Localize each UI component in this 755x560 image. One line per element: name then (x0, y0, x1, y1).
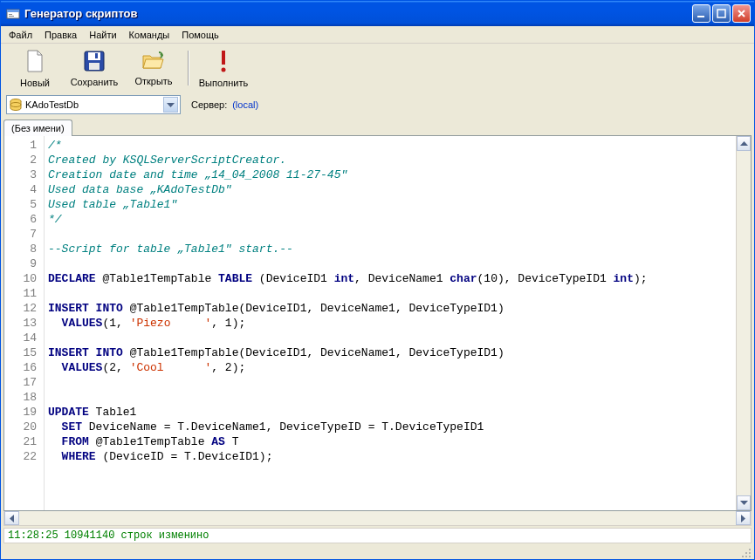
svg-rect-7 (88, 52, 100, 60)
line-number-gutter: 12345678910111213141516171819202122 (4, 136, 45, 510)
svg-rect-3 (9, 16, 14, 17)
window-title: Генератор скриптов (24, 7, 692, 20)
status-bar: 11:28:25 10941140 строк изменино (3, 528, 752, 543)
svg-point-18 (745, 556, 747, 557)
open-button[interactable]: Открыть (125, 45, 182, 91)
database-combobox[interactable] (6, 95, 181, 114)
menu-help[interactable]: Помощь (175, 28, 225, 42)
new-file-icon (24, 49, 45, 75)
new-button[interactable]: Новый (6, 45, 64, 91)
menu-bar: Файл Правка Найти Команды Помощь (1, 26, 754, 44)
horizontal-scrollbar[interactable] (3, 511, 752, 526)
dropdown-button[interactable] (163, 97, 178, 113)
tab-untitled[interactable]: (Без имени) (3, 120, 72, 136)
exclamation-icon (219, 49, 228, 75)
folder-open-icon (141, 51, 166, 73)
window-controls (692, 4, 751, 23)
svg-rect-1 (7, 10, 19, 12)
svg-point-16 (749, 552, 751, 554)
menu-commands[interactable]: Команды (123, 28, 176, 42)
scroll-track-h[interactable] (19, 511, 736, 525)
minimize-button[interactable] (692, 4, 710, 23)
svg-point-11 (222, 67, 226, 72)
svg-point-19 (749, 556, 751, 557)
svg-rect-2 (9, 14, 12, 15)
vertical-scrollbar[interactable] (736, 136, 751, 510)
editor-tabs: (Без имени) (1, 119, 754, 135)
bottom-strip (1, 543, 754, 559)
save-label: Сохранить (71, 77, 119, 87)
menu-find[interactable]: Найти (83, 28, 122, 42)
scroll-left-button[interactable] (4, 511, 19, 525)
run-label: Выполнить (199, 78, 248, 88)
svg-rect-8 (89, 63, 100, 70)
svg-rect-9 (95, 53, 98, 58)
scroll-up-button[interactable] (737, 136, 751, 151)
svg-point-14 (749, 549, 751, 550)
scroll-track[interactable] (737, 151, 751, 495)
database-input[interactable] (25, 97, 163, 113)
svg-rect-10 (222, 51, 225, 65)
svg-rect-5 (717, 10, 725, 17)
maximize-button[interactable] (712, 4, 731, 23)
new-label: Новый (20, 78, 50, 88)
title-bar[interactable]: Генератор скриптов (1, 1, 754, 26)
scroll-right-button[interactable] (736, 511, 751, 525)
server-value: (local) (232, 99, 258, 110)
code-editor[interactable]: 12345678910111213141516171819202122 /*Cr… (3, 135, 752, 511)
floppy-disk-icon (83, 50, 106, 74)
database-icon (9, 98, 23, 112)
svg-point-17 (742, 556, 744, 557)
code-area[interactable]: /*Created by KSQLServerScriptCreator.Cre… (45, 136, 736, 510)
app-icon (6, 7, 20, 21)
toolbar-separator (188, 51, 189, 85)
toolbar: Новый Сохранить Открыть Выполнить (1, 44, 754, 92)
open-label: Открыть (134, 76, 172, 86)
resize-grip[interactable] (740, 547, 752, 559)
database-bar: Сервер: (local) (1, 92, 754, 117)
run-button[interactable]: Выполнить (195, 45, 252, 91)
menu-file[interactable]: Файл (3, 28, 38, 42)
menu-edit[interactable]: Правка (38, 28, 83, 42)
app-window: Генератор скриптов Файл Правка Найти Ком… (0, 0, 755, 560)
close-button[interactable] (732, 4, 751, 23)
server-label: Сервер: (191, 99, 227, 110)
save-button[interactable]: Сохранить (65, 45, 123, 91)
scroll-down-button[interactable] (737, 495, 751, 510)
svg-point-15 (745, 552, 747, 554)
svg-rect-4 (697, 16, 704, 17)
